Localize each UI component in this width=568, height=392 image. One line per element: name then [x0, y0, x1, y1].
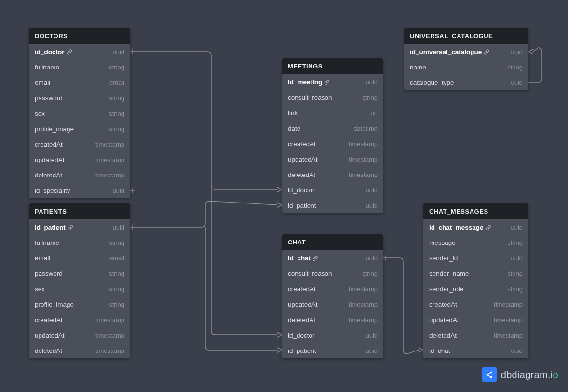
key-link-icon	[484, 49, 489, 55]
column-row[interactable]: updatedAttimestamp	[29, 152, 130, 167]
table-header[interactable]: DOCTORS	[29, 28, 130, 44]
table-chat[interactable]: CHAT id_chatuuidconsult_reasonstringcrea…	[282, 234, 383, 358]
table-header[interactable]: CHAT_MESSAGES	[423, 203, 528, 219]
column-name: deletedAt	[429, 332, 457, 339]
column-row[interactable]: createdAttimestamp	[29, 312, 130, 327]
column-row[interactable]: profile_imagestring	[29, 297, 130, 312]
column-row[interactable]: id_chat_messageuuid	[423, 219, 528, 235]
column-type: uuid	[112, 224, 124, 231]
table-universal-catalogue[interactable]: UNIVERSAL_CATALOGUE id_universal_catalog…	[404, 28, 528, 90]
column-name: createdAt	[429, 301, 457, 308]
column-row[interactable]: fullnamestring	[29, 59, 130, 75]
column-row[interactable]: deletedAttimestamp	[282, 312, 383, 327]
column-row[interactable]: sender_rolestring	[423, 281, 528, 297]
column-row[interactable]: deletedAttimestamp	[29, 167, 130, 183]
column-row[interactable]: updatedAttimestamp	[282, 297, 383, 312]
column-name: updatedAt	[288, 301, 318, 308]
column-row[interactable]: namestring	[404, 59, 528, 75]
table-chat-messages[interactable]: CHAT_MESSAGES id_chat_messageuuidmessage…	[423, 203, 528, 358]
column-name: consult_reason	[288, 270, 332, 277]
column-row[interactable]: messagestring	[423, 235, 528, 250]
column-name: id_doctor	[288, 332, 315, 339]
column-row[interactable]: createdAttimestamp	[29, 136, 130, 152]
column-name: password	[35, 95, 63, 102]
column-name: catalogue_type	[410, 79, 454, 86]
column-type: timestamp	[494, 316, 523, 324]
column-type: string	[362, 270, 378, 277]
column-name: fullname	[35, 64, 59, 71]
column-name: deletedAt	[35, 347, 62, 354]
table-header[interactable]: PATIENTS	[29, 203, 130, 219]
column-type: timestamp	[95, 332, 124, 339]
table-header[interactable]: UNIVERSAL_CATALOGUE	[404, 28, 528, 44]
table-header[interactable]: CHAT	[282, 234, 383, 250]
key-link-icon	[67, 49, 72, 55]
column-row[interactable]: linkurl	[282, 105, 383, 121]
column-type: string	[507, 270, 523, 277]
column-name: link	[288, 109, 298, 117]
column-row[interactable]: updatedAttimestamp	[423, 312, 528, 327]
column-row[interactable]: id_patientuuid	[29, 219, 130, 235]
table-meetings[interactable]: MEETINGS id_meetinguuidconsult_reasonstr…	[282, 58, 383, 213]
column-row[interactable]: updatedAttimestamp	[282, 151, 383, 167]
column-row[interactable]: id_patientuuid	[282, 198, 383, 213]
column-name: id_patient	[288, 202, 316, 209]
column-row[interactable]: fullnamestring	[29, 235, 130, 250]
column-type: uuid	[365, 255, 378, 262]
column-type: timestamp	[494, 332, 523, 339]
column-row[interactable]: id_doctoruuid	[282, 182, 383, 198]
column-name: updatedAt	[429, 316, 459, 324]
column-row[interactable]: consult_reasonstring	[282, 90, 383, 105]
column-type: string	[362, 94, 378, 101]
column-type: uuid	[365, 332, 378, 339]
column-type: timestamp	[349, 171, 378, 178]
column-name: email	[35, 255, 50, 262]
column-row[interactable]: sender_iduuid	[423, 250, 528, 266]
column-row[interactable]: deletedAttimestamp	[423, 327, 528, 343]
column-row[interactable]: createdAttimestamp	[282, 136, 383, 151]
column-name: id_chat	[288, 255, 318, 262]
column-type: timestamp	[494, 301, 523, 308]
column-row[interactable]: passwordstring	[29, 90, 130, 106]
column-row[interactable]: sender_namestring	[423, 266, 528, 281]
column-row[interactable]: createdAttimestamp	[282, 281, 383, 297]
column-row[interactable]: sexstring	[29, 106, 130, 121]
column-name: email	[35, 79, 50, 86]
table-patients[interactable]: PATIENTS id_patientuuidfullnamestringema…	[29, 203, 130, 358]
column-name: consult_reason	[288, 94, 332, 101]
column-row[interactable]: emailemail	[29, 250, 130, 266]
watermark[interactable]: dbdiagram.io.io	[482, 367, 558, 382]
column-row[interactable]: sexstring	[29, 281, 130, 297]
column-row[interactable]: id_doctoruuid	[282, 327, 383, 343]
column-name: id_doctor	[288, 187, 315, 194]
column-type: email	[109, 79, 124, 86]
column-row[interactable]: deletedAttimestamp	[29, 343, 130, 358]
column-name: createdAt	[288, 285, 316, 293]
table-header[interactable]: MEETINGS	[282, 58, 383, 74]
column-row[interactable]: id_specialityuuid	[29, 183, 130, 198]
column-row[interactable]: id_universal_catalogueuuid	[404, 44, 528, 59]
column-name: password	[35, 270, 63, 277]
column-row[interactable]: id_chatuuid	[423, 343, 528, 358]
column-row[interactable]: emailemail	[29, 75, 130, 90]
column-row[interactable]: id_chatuuid	[282, 250, 383, 266]
column-type: string	[109, 110, 124, 117]
table-doctors[interactable]: DOCTORS id_doctoruuidfullnamestringemail…	[29, 28, 130, 198]
column-row[interactable]: id_meetinguuid	[282, 74, 383, 90]
column-type: string	[507, 64, 523, 71]
column-type: string	[109, 301, 124, 308]
column-row[interactable]: datedatetime	[282, 121, 383, 136]
column-type: timestamp	[349, 301, 378, 308]
column-row[interactable]: id_patientuuid	[282, 343, 383, 358]
column-type: timestamp	[349, 285, 378, 293]
column-row[interactable]: deletedAttimestamp	[282, 167, 383, 182]
column-row[interactable]: createdAttimestamp	[423, 297, 528, 312]
diagram-canvas[interactable]: DOCTORS id_doctoruuidfullnamestringemail…	[0, 0, 568, 392]
column-row[interactable]: passwordstring	[29, 266, 130, 281]
column-type: uuid	[112, 48, 124, 55]
column-row[interactable]: id_doctoruuid	[29, 44, 130, 59]
column-row[interactable]: catalogue_typeuuid	[404, 75, 528, 90]
column-row[interactable]: updatedAttimestamp	[29, 327, 130, 343]
column-row[interactable]: consult_reasonstring	[282, 266, 383, 281]
column-row[interactable]: profile_imagestring	[29, 121, 130, 136]
